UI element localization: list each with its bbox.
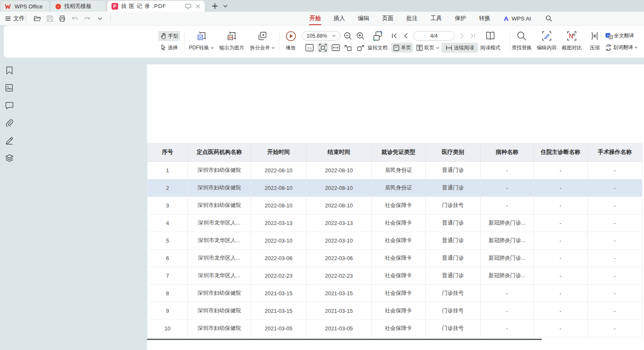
next-page-button[interactable] <box>458 32 466 39</box>
hand-tool-button[interactable]: 手型 <box>158 31 180 41</box>
fit-width-button[interactable] <box>331 43 341 52</box>
open-file-button[interactable] <box>32 13 43 24</box>
word-translate-button[interactable]: A 文 划词翻译 <box>605 44 644 51</box>
screenshot-compare-button[interactable]: 截图对比 <box>559 44 584 51</box>
redo-button[interactable] <box>82 13 93 24</box>
read-mode-button[interactable]: 阅读模式 <box>479 44 502 51</box>
table-cell: - <box>588 214 642 232</box>
menu-home[interactable]: 开始 <box>309 14 321 23</box>
thumbnail-panel-button[interactable] <box>5 84 13 92</box>
table-cell: 2022-08-10 <box>251 161 307 179</box>
zoom-in-button[interactable] <box>355 31 365 41</box>
edit-content-button[interactable]: 编辑内容 <box>534 44 559 51</box>
table-cell: 2021-03-15 <box>307 284 372 302</box>
find-replace-button[interactable]: 查找替换 <box>509 44 534 51</box>
select-tool-button[interactable]: 选择 <box>158 43 180 53</box>
tab-wps-home[interactable]: WPS Office <box>1 1 49 12</box>
table-cell: - <box>588 249 642 267</box>
export-image-button[interactable]: 输出为图片 <box>218 44 246 51</box>
attachment-panel-button[interactable] <box>5 119 13 127</box>
compress-button[interactable]: 压缩 <box>587 44 603 51</box>
single-page-button[interactable]: 单页 <box>391 43 413 53</box>
column-header: 结束时间 <box>307 143 372 161</box>
tab-document-pdf[interactable]: P 就 医 记 录 .PDF <box>107 1 205 12</box>
zoom-level-select[interactable]: 105.88% <box>302 31 340 41</box>
menu-tools[interactable]: 工具 <box>430 14 442 23</box>
menu-edit[interactable]: 编辑 <box>357 14 370 23</box>
table-cell: 社会保障卡 <box>372 197 426 214</box>
svg-text:1:1: 1:1 <box>307 46 312 50</box>
export-image-icon <box>226 31 237 41</box>
tab-list-chevron[interactable] <box>221 1 230 10</box>
first-page-button[interactable] <box>390 32 398 39</box>
menu-search-icon[interactable] <box>543 13 554 24</box>
layers-panel-button[interactable] <box>5 154 13 162</box>
wps-logo-icon <box>5 3 12 9</box>
full-translate-button[interactable]: A 文 全文翻译 <box>605 32 644 39</box>
fit-page-button[interactable] <box>317 43 328 53</box>
bookmark-panel-button[interactable] <box>5 66 13 74</box>
menubar: 文件 开始 插入 编辑 <box>0 12 644 25</box>
actual-size-button[interactable]: 1:1 <box>305 43 314 52</box>
page-number-input[interactable]: 4/4 <box>413 31 455 41</box>
comment-panel-button[interactable] <box>5 101 13 110</box>
last-page-button[interactable] <box>469 32 476 39</box>
prev-page-button[interactable] <box>402 32 409 39</box>
menu-page[interactable]: 页面 <box>382 14 394 23</box>
new-tab-button[interactable] <box>210 1 219 10</box>
split-merge-button[interactable]: 拆分合并 <box>248 44 277 51</box>
menu-wps-ai[interactable]: WPS AI <box>503 15 531 22</box>
table-cell: 4 <box>147 214 188 232</box>
save-button[interactable] <box>44 13 55 24</box>
divider <box>110 15 111 22</box>
rotate-right-button[interactable] <box>355 43 365 52</box>
table-cell: - <box>588 232 642 249</box>
rotate-left-button[interactable] <box>343 43 353 52</box>
table-cell: 2022-08-10 <box>307 197 372 214</box>
pdf-convert-icon: W <box>196 31 207 41</box>
chevron-down-icon <box>332 35 336 37</box>
menu-items: 开始 插入 编辑 页面 批注 工具 保护 转换 WPS AI <box>309 12 554 25</box>
table-cell: - <box>588 179 642 197</box>
close-tab-icon[interactable] <box>195 4 200 9</box>
pdf-convert-button[interactable]: PDF转换 <box>187 44 216 51</box>
table-cell: 深圳市妇幼保健院 <box>188 319 251 337</box>
continuous-read-button[interactable]: 连续阅读 <box>441 43 478 53</box>
table-cell: 5 <box>147 232 188 249</box>
table-cell: - <box>534 214 588 232</box>
wps-ai-logo-icon <box>503 15 510 21</box>
table-cell: - <box>534 197 588 214</box>
menu-insert[interactable]: 插入 <box>333 14 345 23</box>
chevron-down-icon <box>210 47 214 49</box>
menu-protect[interactable]: 保护 <box>454 14 467 23</box>
zoom-out-button[interactable] <box>343 31 353 41</box>
menu-convert[interactable]: 转换 <box>479 14 491 23</box>
rotate-doc-button[interactable]: 旋转文档 <box>365 44 390 51</box>
file-menu[interactable]: 文件 <box>5 12 25 25</box>
menu-annotate[interactable]: 批注 <box>406 14 418 23</box>
column-header: 医疗类别 <box>426 143 481 161</box>
table-cell: 门诊挂号 <box>426 197 481 214</box>
monitor-icon[interactable] <box>185 4 191 9</box>
table-cell: 新冠肺炎门诊... <box>481 214 534 232</box>
table-cell: 2021-03-15 <box>251 284 307 302</box>
quickbar-chevron[interactable] <box>94 13 105 24</box>
play-button[interactable]: 播放 <box>280 44 301 51</box>
signature-panel-button[interactable] <box>5 136 13 145</box>
table-cell: 2021-03-05 <box>251 319 307 337</box>
undo-button[interactable] <box>69 13 80 24</box>
tab-docer-templates[interactable]: 找稻壳模板 <box>51 1 106 12</box>
table-cell: 2022-08-10 <box>251 197 307 214</box>
table-scrollbar[interactable] <box>147 339 542 340</box>
svg-text:文: 文 <box>609 47 611 50</box>
table-cell: 普通门诊 <box>426 161 481 179</box>
home-ribbon-toolbar: 手型 选择 W PDF转换 <box>3 25 644 58</box>
document-canvas: 序号定点医药机构名称开始时间结束时间就诊凭证类型医疗类别病种名称住院主诊断名称手… <box>0 59 644 350</box>
double-page-button[interactable]: 双页 <box>416 43 440 53</box>
table-cell: 居民身份证 <box>372 161 426 179</box>
table-cell: - <box>534 249 588 267</box>
table-cell: - <box>534 179 588 197</box>
table-row: 4深圳市龙华区人...2022-03-132022-03-13社会保障卡普通门诊… <box>147 214 642 232</box>
print-button[interactable] <box>57 13 68 24</box>
double-page-icon <box>416 45 423 51</box>
